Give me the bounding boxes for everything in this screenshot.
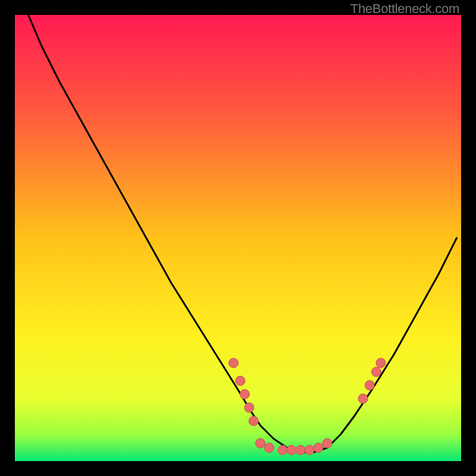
data-point	[314, 443, 323, 453]
data-point	[296, 445, 305, 455]
watermark-text: TheBottleneck.com	[350, 1, 459, 17]
data-point	[229, 358, 239, 368]
gradient-background	[15, 15, 461, 461]
data-point	[256, 439, 265, 448]
data-point	[322, 439, 332, 448]
data-point	[358, 394, 368, 403]
bottleneck-chart	[15, 15, 461, 461]
data-point	[240, 390, 249, 399]
data-point	[376, 358, 386, 368]
chart-frame	[15, 15, 461, 461]
data-point	[278, 445, 287, 455]
data-point	[365, 381, 374, 390]
data-point	[245, 403, 254, 412]
data-point	[236, 376, 245, 386]
data-point	[265, 443, 274, 453]
data-point	[372, 367, 381, 377]
data-point	[305, 445, 314, 455]
data-point	[287, 445, 296, 455]
data-point	[249, 416, 258, 426]
